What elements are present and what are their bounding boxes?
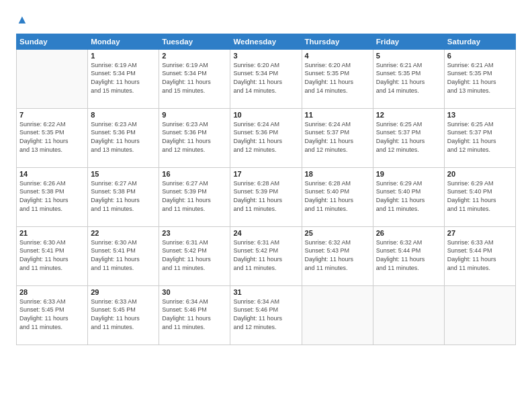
day-info: Sunrise: 6:32 AMSunset: 5:43 PMDaylight:…: [305, 238, 370, 272]
calendar-cell: 23Sunrise: 6:31 AMSunset: 5:42 PMDayligh…: [159, 226, 230, 285]
logo-text: ▲: [16, 13, 28, 27]
day-number: 16: [162, 170, 227, 178]
calendar-cell: 10Sunrise: 6:24 AMSunset: 5:36 PMDayligh…: [230, 108, 302, 167]
day-info: Sunrise: 6:28 AMSunset: 5:40 PMDaylight:…: [305, 179, 370, 213]
day-info: Sunrise: 6:22 AMSunset: 5:35 PMDaylight:…: [19, 120, 85, 154]
day-number: 12: [376, 111, 441, 119]
day-info: Sunrise: 6:27 AMSunset: 5:39 PMDaylight:…: [162, 179, 227, 213]
day-info: Sunrise: 6:20 AMSunset: 5:34 PMDaylight:…: [233, 61, 298, 95]
day-number: 25: [305, 229, 370, 237]
day-number: 9: [162, 111, 227, 119]
calendar-cell: [302, 285, 373, 345]
header: ▲: [16, 13, 516, 27]
calendar-week-row: 1Sunrise: 6:19 AMSunset: 5:34 PMDaylight…: [17, 49, 516, 108]
day-number: 18: [305, 170, 370, 178]
day-info: Sunrise: 6:29 AMSunset: 5:40 PMDaylight:…: [447, 179, 513, 213]
day-number: 28: [19, 288, 85, 296]
day-number: 5: [376, 52, 441, 60]
day-number: 11: [305, 111, 370, 119]
day-info: Sunrise: 6:20 AMSunset: 5:35 PMDaylight:…: [305, 61, 370, 95]
calendar-header-tuesday: Tuesday: [159, 34, 230, 49]
day-info: Sunrise: 6:34 AMSunset: 5:46 PMDaylight:…: [162, 298, 227, 331]
calendar-week-row: 21Sunrise: 6:30 AMSunset: 5:41 PMDayligh…: [17, 226, 516, 285]
day-number: 22: [91, 229, 156, 237]
calendar-header-sunday: Sunday: [17, 34, 88, 49]
day-number: 1: [91, 52, 156, 60]
day-number: 29: [91, 288, 156, 296]
calendar-cell: 24Sunrise: 6:31 AMSunset: 5:42 PMDayligh…: [230, 226, 302, 285]
day-info: Sunrise: 6:23 AMSunset: 5:36 PMDaylight:…: [91, 120, 156, 154]
calendar-cell: 1Sunrise: 6:19 AMSunset: 5:34 PMDaylight…: [88, 49, 159, 108]
day-info: Sunrise: 6:28 AMSunset: 5:39 PMDaylight:…: [233, 179, 298, 213]
day-info: Sunrise: 6:27 AMSunset: 5:38 PMDaylight:…: [91, 179, 156, 213]
calendar-cell: 2Sunrise: 6:19 AMSunset: 5:34 PMDaylight…: [159, 49, 230, 108]
day-number: 6: [447, 52, 513, 60]
day-number: 15: [91, 170, 156, 178]
day-number: 17: [233, 170, 298, 178]
calendar-cell: 29Sunrise: 6:33 AMSunset: 5:45 PMDayligh…: [88, 285, 159, 345]
calendar-cell: 7Sunrise: 6:22 AMSunset: 5:35 PMDaylight…: [17, 108, 88, 167]
day-info: Sunrise: 6:19 AMSunset: 5:34 PMDaylight:…: [91, 61, 156, 95]
day-info: Sunrise: 6:24 AMSunset: 5:36 PMDaylight:…: [233, 120, 298, 154]
calendar-cell: 22Sunrise: 6:30 AMSunset: 5:41 PMDayligh…: [88, 226, 159, 285]
day-info: Sunrise: 6:33 AMSunset: 5:45 PMDaylight:…: [91, 298, 156, 331]
calendar-cell: 17Sunrise: 6:28 AMSunset: 5:39 PMDayligh…: [230, 167, 302, 226]
calendar-header-row: SundayMondayTuesdayWednesdayThursdayFrid…: [17, 34, 516, 49]
day-info: Sunrise: 6:32 AMSunset: 5:44 PMDaylight:…: [376, 238, 441, 272]
calendar-header-saturday: Saturday: [444, 34, 515, 49]
day-number: 14: [19, 170, 85, 178]
day-number: 31: [233, 288, 298, 296]
calendar-cell: 6Sunrise: 6:21 AMSunset: 5:35 PMDaylight…: [444, 49, 515, 108]
calendar-table: SundayMondayTuesdayWednesdayThursdayFrid…: [16, 34, 516, 345]
day-number: 19: [376, 170, 441, 178]
page: ▲ SundayMondayTuesdayWednesdayThursdayFr…: [0, 0, 532, 411]
day-number: 20: [447, 170, 513, 178]
calendar-cell: 19Sunrise: 6:29 AMSunset: 5:40 PMDayligh…: [373, 167, 444, 226]
day-number: 24: [233, 229, 298, 237]
calendar-cell: 13Sunrise: 6:25 AMSunset: 5:37 PMDayligh…: [444, 108, 515, 167]
day-info: Sunrise: 6:19 AMSunset: 5:34 PMDaylight:…: [162, 61, 227, 95]
calendar-cell: 21Sunrise: 6:30 AMSunset: 5:41 PMDayligh…: [17, 226, 88, 285]
day-info: Sunrise: 6:25 AMSunset: 5:37 PMDaylight:…: [447, 120, 513, 154]
day-info: Sunrise: 6:31 AMSunset: 5:42 PMDaylight:…: [162, 238, 227, 272]
calendar-cell: 25Sunrise: 6:32 AMSunset: 5:43 PMDayligh…: [302, 226, 373, 285]
day-info: Sunrise: 6:33 AMSunset: 5:44 PMDaylight:…: [447, 238, 513, 272]
day-info: Sunrise: 6:33 AMSunset: 5:45 PMDaylight:…: [19, 298, 85, 331]
day-number: 13: [447, 111, 513, 119]
day-number: 21: [19, 229, 85, 237]
calendar-cell: 20Sunrise: 6:29 AMSunset: 5:40 PMDayligh…: [444, 167, 515, 226]
logo: ▲: [16, 13, 28, 27]
calendar-header-wednesday: Wednesday: [230, 34, 302, 49]
day-info: Sunrise: 6:21 AMSunset: 5:35 PMDaylight:…: [447, 61, 513, 95]
day-number: 7: [19, 111, 85, 119]
day-info: Sunrise: 6:30 AMSunset: 5:41 PMDaylight:…: [19, 238, 85, 272]
day-info: Sunrise: 6:24 AMSunset: 5:37 PMDaylight:…: [305, 120, 370, 154]
calendar-cell: 14Sunrise: 6:26 AMSunset: 5:38 PMDayligh…: [17, 167, 88, 226]
calendar-header-friday: Friday: [373, 34, 444, 49]
calendar-cell: 26Sunrise: 6:32 AMSunset: 5:44 PMDayligh…: [373, 226, 444, 285]
day-number: 8: [91, 111, 156, 119]
calendar-header-thursday: Thursday: [302, 34, 373, 49]
day-number: 2: [162, 52, 227, 60]
calendar-cell: 9Sunrise: 6:23 AMSunset: 5:36 PMDaylight…: [159, 108, 230, 167]
calendar-cell: 12Sunrise: 6:25 AMSunset: 5:37 PMDayligh…: [373, 108, 444, 167]
calendar-cell: 28Sunrise: 6:33 AMSunset: 5:45 PMDayligh…: [17, 285, 88, 345]
calendar-cell: 5Sunrise: 6:21 AMSunset: 5:35 PMDaylight…: [373, 49, 444, 108]
calendar-cell: [17, 49, 88, 108]
calendar-cell: [444, 285, 515, 345]
calendar-cell: 16Sunrise: 6:27 AMSunset: 5:39 PMDayligh…: [159, 167, 230, 226]
calendar-cell: 30Sunrise: 6:34 AMSunset: 5:46 PMDayligh…: [159, 285, 230, 345]
day-number: 26: [376, 229, 441, 237]
calendar-week-row: 7Sunrise: 6:22 AMSunset: 5:35 PMDaylight…: [17, 108, 516, 167]
day-number: 4: [305, 52, 370, 60]
day-info: Sunrise: 6:23 AMSunset: 5:36 PMDaylight:…: [162, 120, 227, 154]
day-info: Sunrise: 6:31 AMSunset: 5:42 PMDaylight:…: [233, 238, 298, 272]
calendar-cell: 11Sunrise: 6:24 AMSunset: 5:37 PMDayligh…: [302, 108, 373, 167]
day-number: 30: [162, 288, 227, 296]
calendar-header-monday: Monday: [88, 34, 159, 49]
day-info: Sunrise: 6:21 AMSunset: 5:35 PMDaylight:…: [376, 61, 441, 95]
calendar-cell: 3Sunrise: 6:20 AMSunset: 5:34 PMDaylight…: [230, 49, 302, 108]
day-info: Sunrise: 6:26 AMSunset: 5:38 PMDaylight:…: [19, 179, 85, 213]
calendar-cell: 15Sunrise: 6:27 AMSunset: 5:38 PMDayligh…: [88, 167, 159, 226]
calendar-week-row: 14Sunrise: 6:26 AMSunset: 5:38 PMDayligh…: [17, 167, 516, 226]
